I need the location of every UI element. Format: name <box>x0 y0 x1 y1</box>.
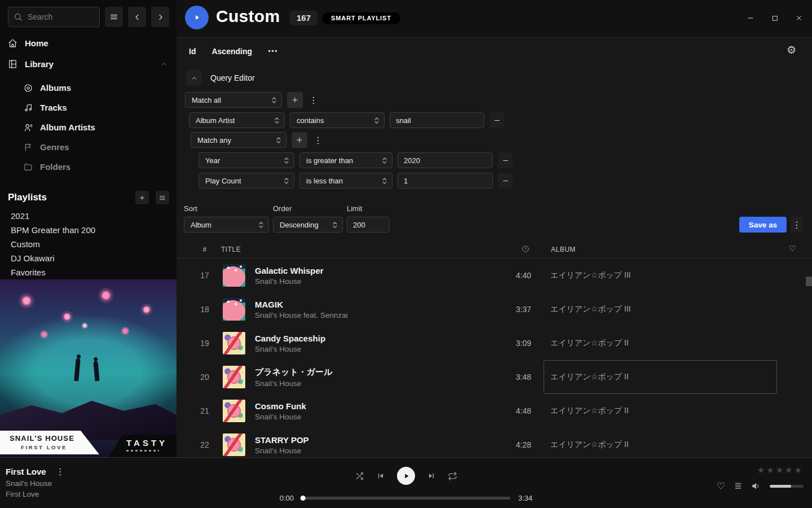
minimize-button[interactable] <box>742 10 759 27</box>
star-icon[interactable]: ★ <box>795 465 804 475</box>
volume-fill <box>770 485 791 488</box>
sidebar-item-label: Genres <box>40 142 69 152</box>
chevron-right-icon <box>156 13 165 21</box>
save-options-kebab-icon[interactable]: ⋮ <box>791 217 803 233</box>
star-icon[interactable]: ★ <box>766 465 775 475</box>
limit-input[interactable] <box>347 217 390 233</box>
rule-operator-select[interactable]: is less than <box>299 173 392 189</box>
rule-value-input[interactable] <box>398 152 493 168</box>
settings-gear-icon[interactable]: ⚙ <box>783 44 800 56</box>
sidebar-item-tracks[interactable]: Tracks <box>0 98 176 117</box>
repeat-button[interactable] <box>448 471 457 481</box>
menu-button[interactable] <box>105 7 123 27</box>
playlist-item[interactable]: Favorites <box>11 265 95 279</box>
track-duration: 3:09 <box>482 339 531 348</box>
favorite-column-header[interactable]: ♡ <box>789 244 796 253</box>
add-playlist-button[interactable] <box>135 191 149 204</box>
sort-select[interactable]: Album <box>184 217 269 233</box>
play-pause-button[interactable] <box>397 467 415 485</box>
add-rule-button[interactable] <box>287 92 303 108</box>
query-editor-collapse-button[interactable] <box>186 70 202 86</box>
rule-value-input[interactable] <box>390 112 484 128</box>
sidebar-item-library[interactable]: Library <box>0 54 176 75</box>
rule-field-select[interactable]: Play Count <box>198 173 294 189</box>
track-album-cell[interactable]: エイリアン☆ポップ II <box>544 360 777 394</box>
duration-column-header[interactable] <box>522 245 529 255</box>
rule-field-select[interactable]: Album Artist <box>189 112 285 128</box>
rating-stars[interactable]: ★★★★★ <box>757 465 804 475</box>
previous-button[interactable] <box>377 472 385 480</box>
playlist-item[interactable]: BPM Greater than 200 <box>11 223 95 237</box>
title-column-header[interactable]: TITLE <box>221 246 241 253</box>
sidebar-item-label: Album Artists <box>40 122 95 132</box>
shuffle-button[interactable] <box>355 471 364 481</box>
sidebar-item-folders[interactable]: Folders <box>0 157 176 177</box>
remove-rule-button[interactable] <box>498 173 513 189</box>
track-album-cell[interactable]: エイリアン☆ポップ II <box>544 394 777 428</box>
sidebar-item-home[interactable]: Home <box>0 33 176 54</box>
track-list: 17 Galactic Whisper Snail’s House 4:40 エ… <box>176 259 812 457</box>
star-icon[interactable]: ★ <box>776 465 785 475</box>
rule-value-input[interactable] <box>398 173 493 189</box>
album-column-header[interactable]: ALBUM <box>551 246 576 253</box>
sort-field-button[interactable]: Id <box>189 47 196 56</box>
track-album: エイリアン☆ポップ II <box>550 440 629 450</box>
match-mode-select[interactable]: Match any <box>191 132 286 148</box>
favorite-heart-icon[interactable]: ♡ <box>717 481 725 491</box>
play-playlist-button[interactable] <box>185 6 209 29</box>
number-column-header[interactable]: # <box>192 246 218 253</box>
save-as-button[interactable]: Save as <box>739 217 787 233</box>
playlist-item[interactable]: DJ Okawari <box>11 251 95 265</box>
album-cover-thumbnail <box>223 366 245 388</box>
track-album-cell[interactable]: エイリアン☆ポップ II <box>544 326 777 360</box>
add-rule-button[interactable] <box>292 132 307 148</box>
track-row[interactable]: 18 MAGIK Snail’s House feat. Sennzai 3:3… <box>176 292 812 326</box>
sort-order-button[interactable]: Ascending <box>211 47 252 56</box>
seek-knob[interactable] <box>301 496 306 501</box>
rule-operator-select[interactable]: contains <box>290 112 385 128</box>
sort-toolbar: Id Ascending ⋯ <box>189 45 278 57</box>
match-mode-select[interactable]: Match all <box>185 92 282 108</box>
remove-rule-button[interactable] <box>498 152 513 168</box>
next-button[interactable] <box>427 472 435 480</box>
back-button[interactable] <box>128 7 146 27</box>
select-caret-icon <box>276 137 281 144</box>
star-icon[interactable]: ★ <box>785 465 794 475</box>
group-kebab-icon[interactable]: ⋮ <box>308 95 319 106</box>
track-album-cell[interactable]: エイリアン☆ポップ II <box>544 428 777 457</box>
chevron-up-icon[interactable] <box>160 60 167 68</box>
playlist-item[interactable]: Custom <box>11 237 95 251</box>
track-row[interactable]: 19 Candy Spaceship Snail’s House 3:09 エイ… <box>176 326 812 360</box>
seek-bar[interactable] <box>302 497 510 500</box>
track-album-cell[interactable]: エイリアン☆ポップ III <box>544 259 777 292</box>
rule-operator-select[interactable]: is greater than <box>299 152 392 168</box>
track-row[interactable]: 17 Galactic Whisper Snail’s House 4:40 エ… <box>176 259 812 292</box>
queue-button[interactable] <box>734 481 743 491</box>
rule-field-select[interactable]: Year <box>198 152 294 168</box>
close-button[interactable] <box>791 10 807 27</box>
playlist-list-button[interactable] <box>156 191 169 204</box>
track-row[interactable]: 22 STARRY POP Snail’s House 4:28 エイリアン☆ポ… <box>176 428 812 457</box>
track-album-cell[interactable]: エイリアン☆ポップ III <box>544 292 777 326</box>
scrollbar-thumb[interactable] <box>806 277 812 286</box>
playlist-item[interactable]: 2021 <box>11 209 95 223</box>
star-icon[interactable]: ★ <box>757 465 766 475</box>
sidebar-item-albums[interactable]: Albums <box>0 78 176 98</box>
remove-rule-button[interactable] <box>489 112 504 128</box>
now-playing-kebab-icon[interactable]: ⋮ <box>55 466 66 477</box>
track-row[interactable]: 20 プラネット・ガール Snail’s House 3:48 エイリアン☆ポッ… <box>176 360 812 394</box>
page-title: Custom <box>216 7 280 26</box>
volume-button[interactable] <box>751 481 761 491</box>
group-kebab-icon[interactable]: ⋮ <box>312 135 324 146</box>
order-label: Order <box>273 204 343 213</box>
maximize-button[interactable] <box>766 10 783 27</box>
order-select[interactable]: Descending <box>273 217 343 233</box>
forward-button[interactable] <box>151 7 169 27</box>
query-editor-title: Query Editor <box>210 73 255 82</box>
sidebar-item-genres[interactable]: Genres <box>0 137 176 157</box>
now-playing-artwork[interactable]: SNAIL'S HOUSE FIRST LOVE TASTY <box>0 279 176 457</box>
more-options-icon[interactable]: ⋯ <box>268 45 278 57</box>
sidebar-item-album-artists[interactable]: Album Artists <box>0 117 176 137</box>
track-row[interactable]: 21 Cosmo Funk Snail’s House 4:48 エイリアン☆ポ… <box>176 394 812 428</box>
volume-slider[interactable] <box>770 485 804 488</box>
